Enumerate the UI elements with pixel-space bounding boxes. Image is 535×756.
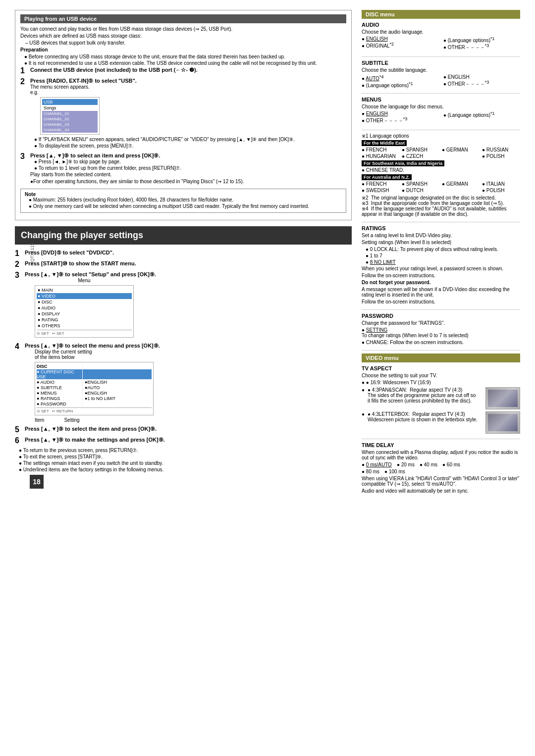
is-row-3: ● SUBTITLE ●AUTO (37, 385, 152, 390)
step-num-2: 2 (20, 78, 27, 150)
middle-east-row2: HUNGARIAN CZECH POLISH (362, 153, 520, 159)
aus-row1: FRENCH SPANISH GERMAN ITALIAN (362, 181, 520, 187)
is-item-2: ● AUDIO (37, 380, 81, 385)
tv-43panscan-text: ● 4:3PAN&SCAN: Regular aspect TV (4:3)Th… (368, 387, 480, 403)
menus-desc: Choose the language for disc menus. (362, 104, 520, 109)
usb-devices-title: Devices which are defined as USB mass st… (20, 33, 346, 39)
is-setting-1 (82, 369, 152, 379)
sm-disc: ● DISC (37, 299, 132, 305)
australia-box: For Australia and N.Z. FRENCH SPANISH GE… (362, 174, 520, 193)
aus-label: For Australia and N.Z. (362, 174, 412, 180)
tv-aspect-desc: Choose the setting to suit your TV. (362, 373, 520, 378)
note-list: Maximum: 255 folders (excluding Root fol… (25, 197, 342, 209)
time-delay-bullets: ● 0 ms/AUTO ● 20 ms ● 40 ms ● 60 ms (362, 462, 520, 467)
password-title: PASSWORD (362, 313, 520, 319)
settings-step-3-text: Press [▲, ▼]⑨ to select "Setup" and pres… (25, 271, 156, 277)
is-row-4: ● MENUS ●ENGLISH (37, 391, 152, 396)
ratings-lock: 0 LOCK ALL: To prevent play of discs wit… (366, 247, 520, 252)
audio-right: ● (Language options)*1 ● OTHER－－－－*3 (443, 36, 520, 51)
usb-prep-list: Before connecting any USB mass storage d… (20, 54, 346, 66)
aus-italian: ITALIAN (482, 181, 520, 187)
aus-dutch: DUTCH (402, 188, 440, 193)
subtitle-auto: ● AUTO*4 (362, 74, 438, 81)
tv-43letterbox: ● 4:3LETTERBOX: Regular aspect TV (4:3)W… (362, 411, 520, 434)
usb-section: Playing from an USB device You can conne… (15, 10, 352, 220)
ratings-setting-note: Setting ratings (When level 8 is selecte… (362, 240, 520, 245)
menus-section: MENUS Choose the language for disc menus… (362, 97, 520, 124)
menus-lang: ● (Language options)*1 (443, 111, 520, 118)
sep-6 (362, 350, 520, 351)
is-item-4: ● MENUS (37, 391, 81, 396)
is-row-1: ● CURRENT DISC USE (37, 369, 152, 379)
sea-row1: CHINESE TRAD. (362, 167, 520, 173)
sm-set-icon: ⊙ SET (37, 331, 49, 336)
usb-prep-title: Preparation (20, 47, 346, 52)
footer-bullet-2: To exit the screen, press [START]⑩. (19, 454, 352, 459)
is-item-6: ● PASSWORD (37, 402, 81, 406)
usb-intro: You can connect and play tracks or files… (20, 26, 346, 32)
settings-step-3: 3 Press [▲, ▼]⑨ to select "Setup" and pr… (15, 271, 352, 340)
settings-step-num-6: 6 (15, 437, 22, 445)
is-row-2: ● AUDIO ●ENGLISH (37, 380, 152, 385)
tv-43panscan: ● 4:3PAN&SCAN: Regular aspect TV (4:3)Th… (362, 387, 520, 409)
is-setting-empty (82, 364, 152, 369)
is-row-6: ● PASSWORD (37, 402, 152, 406)
audio-desc: Choose the audio language. (362, 29, 520, 35)
me-russian: RUSSIAN (482, 147, 520, 152)
me-empty (442, 153, 480, 159)
password-setting: ● SETTING (362, 327, 520, 333)
settings-step-6: 6 Press [▲, ▼]⑨ to make the settings and… (15, 437, 352, 445)
tv-43letterbox-img (485, 411, 520, 434)
usb-menu-item3: CHANNEL_03 (42, 122, 98, 127)
tv-aspect-bullets: ● 16:9: Widescreen TV (16:9) ● 4:3PAN&SC… (362, 380, 520, 434)
subtitle-english: ● ENGLISH (443, 74, 520, 80)
time-delay-section: TIME DELAY When connected with a Plasma … (362, 442, 520, 494)
usb-step-3-sub-1: Press [◄, ►]⑨ to skip page by page. (34, 159, 346, 164)
usb-menu-mock: USB Songs CHANNEL_01 CHANNEL_02 CHANNEL_… (40, 97, 100, 135)
menus-options: ● ENGLISH ● OTHER－－－－*3 ● (Language opti… (362, 111, 520, 124)
note-title: Note (25, 192, 342, 197)
audio-original: ● ORIGINAL*2 (362, 42, 438, 49)
middle-east-row1: FRENCH SPANISH GERMAN RUSSIAN (362, 147, 520, 152)
note-item-1: Maximum: 255 folders (excluding Root fol… (29, 197, 342, 202)
time-delay-desc: When connected with a Plasma display, ad… (362, 450, 520, 460)
me-hungarian: HUNGARIAN (362, 153, 400, 159)
password-desc: Change the password for "RATINGS". (362, 320, 520, 326)
ratings-follow-note: Follow the on-screen instructions. (362, 273, 520, 278)
sm-footer: ⊙ SET ↩ SET (37, 330, 132, 336)
sm-display: ● DISPLAY (37, 311, 132, 317)
ratings-title: RATINGS (362, 225, 520, 231)
sep-2 (362, 93, 520, 94)
subtitle-other: ● OTHER－－－－*3 (443, 80, 520, 88)
is-item-1: ● CURRENT DISC USE (37, 369, 81, 379)
subtitle-right: ● ENGLISH ● OTHER－－－－*3 (443, 74, 520, 89)
settings-step-2: 2 Press [START]⑩ to show the START menu. (15, 260, 352, 268)
usb-step-2-note: The menu screen appears. (30, 84, 346, 90)
middle-east-box: For the Middle East FRENCH SPANISH GERMA… (362, 140, 520, 159)
me-spanish: SPANISH (402, 147, 440, 152)
audio-section: AUDIO Choose the audio language. ● ENGLI… (362, 22, 520, 51)
usb-step-2-bullets: If "PLAYBACK MENU" screen appears, selec… (30, 137, 346, 149)
ratings-do-not-forget: Do not forget your password. (362, 280, 520, 285)
usb-other-note: ●For other operating functions, they are… (30, 179, 346, 184)
usb-step-2: 2 Press [RADIO, EXT-IN]⑤ to select "USB"… (20, 78, 346, 150)
settings-step-4-display: Display the current settingof the items … (35, 349, 352, 360)
changing-settings-steps: 1 Press [DVD]⑤ to select "DVD/CD". 2 Pre… (15, 250, 352, 472)
is-return-icon: ↩ RETURN (52, 409, 73, 413)
item-setting-mock: DISC ● CURRENT DISC USE ● AUDIO ●ENGLISH (35, 362, 154, 415)
footnote-2: ※2 The original language designated on t… (362, 195, 520, 201)
item-label: Item (35, 417, 44, 423)
menus-title: MENUS (362, 97, 520, 102)
settings-step-num-5: 5 (15, 426, 22, 434)
audio-lang-opts: ● (Language options)*1 (443, 36, 520, 43)
audio-left: ● ENGLISH ● ORIGINAL*2 (362, 36, 438, 51)
ratings-nolimit: 8 NO LIMIT (366, 259, 520, 265)
usb-step-3-text: Press [▲, ▼]⑨ to select an item and pres… (30, 152, 160, 158)
audio-title: AUDIO (362, 22, 520, 28)
sep-1 (362, 56, 520, 57)
settings-footer-list: To return to the previous screen, press … (15, 448, 352, 472)
td-80ms: ● 80 ms (362, 469, 379, 474)
settings-step-num-2: 2 (15, 260, 22, 268)
aus-swedish: SWEDISH (362, 188, 400, 193)
lang-options-section: ※1 Language options For the Middle East … (362, 133, 520, 217)
